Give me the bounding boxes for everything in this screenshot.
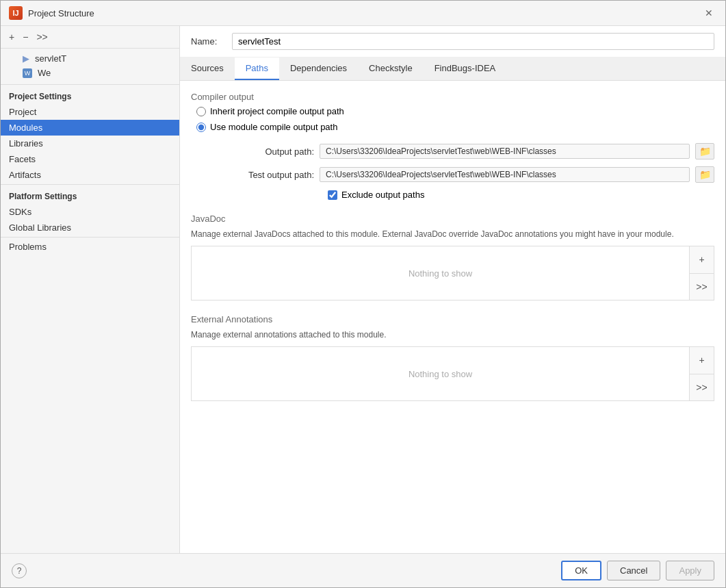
radio-module-text: Use module compile output path — [210, 122, 337, 132]
external-annotations-add-button[interactable]: + — [690, 347, 714, 374]
compiler-output-section: Compiler output Inherit project compile … — [191, 92, 714, 200]
remove-toolbar-button[interactable]: − — [20, 30, 31, 44]
ok-button[interactable]: OK — [561, 561, 601, 580]
output-path-row: Output path: 📁 — [191, 143, 714, 159]
javadoc-title: JavaDoc — [191, 214, 714, 224]
radio-inherit-input[interactable] — [196, 107, 206, 116]
browse-icon-2: 📁 — [699, 169, 711, 180]
more-toolbar-button[interactable]: >> — [34, 30, 50, 44]
sidebar: + − >> ▶ servletT W We — [1, 26, 180, 553]
folder-icon: ▶ — [23, 53, 29, 64]
javadoc-list-box: Nothing to show + >> — [191, 246, 714, 301]
apply-button[interactable]: Apply — [666, 561, 714, 580]
radio-inherit-text: Inherit project compile output path — [210, 106, 344, 116]
tab-paths[interactable]: Paths — [235, 57, 279, 80]
window-title: Project Structure — [28, 8, 94, 18]
compiler-output-title: Compiler output — [191, 92, 714, 102]
exclude-checkbox-label: Exclude output paths — [341, 190, 424, 200]
javadoc-empty-label: Nothing to show — [192, 246, 689, 300]
tabs-bar: Sources Paths Dependencies Checkstyle Fi… — [180, 57, 725, 81]
sidebar-scrollable: ▶ servletT W We Project Settings Project — [1, 49, 179, 553]
sidebar-toolbar: + − >> — [1, 26, 179, 49]
external-annotations-empty-label: Nothing to show — [192, 347, 689, 400]
radio-module-input[interactable] — [196, 123, 206, 132]
tab-checkstyle[interactable]: Checkstyle — [358, 57, 424, 80]
sidebar-item-problems[interactable]: Problems — [1, 239, 179, 255]
sidebar-item-facets[interactable]: Facets — [1, 151, 179, 167]
sidebar-divider-2 — [1, 184, 179, 185]
sidebar-item-modules[interactable]: Modules — [1, 120, 179, 136]
add-toolbar-button[interactable]: + — [6, 30, 17, 44]
name-row: Name: — [180, 26, 725, 57]
help-icon: ? — [17, 566, 22, 576]
tab-sources[interactable]: Sources — [180, 57, 235, 80]
right-panel: Name: Sources Paths Dependencies Checkst… — [180, 26, 725, 553]
output-path-input[interactable] — [320, 144, 690, 159]
main-content: + − >> ▶ servletT W We — [1, 26, 725, 553]
sidebar-divider-1 — [1, 84, 179, 85]
external-annotations-more-button[interactable]: >> — [690, 374, 714, 401]
sidebar-item-sdks[interactable]: SDKs — [1, 204, 179, 220]
sidebar-divider-3 — [1, 237, 179, 238]
javadoc-section: JavaDoc Manage external JavaDocs attache… — [191, 214, 714, 301]
project-settings-label: Project Settings — [1, 86, 179, 104]
radio-module-label[interactable]: Use module compile output path — [196, 122, 714, 132]
external-annotations-description: Manage external annotations attached to … — [191, 329, 714, 341]
external-annotations-list-box: Nothing to show + >> — [191, 346, 714, 401]
exclude-checkbox-row[interactable]: Exclude output paths — [191, 190, 714, 200]
tab-findbugs[interactable]: FindBugs-IDEA — [424, 57, 507, 80]
exclude-checkbox-input[interactable] — [328, 190, 337, 200]
app-icon: IJ — [9, 6, 23, 20]
name-label: Name: — [191, 36, 225, 47]
module-icon: W — [23, 68, 32, 78]
external-annotations-title: External Annotations — [191, 314, 714, 324]
test-output-path-label: Test output path: — [232, 170, 314, 180]
test-output-path-row: Test output path: 📁 — [191, 166, 714, 183]
close-button[interactable]: ✕ — [701, 6, 717, 20]
footer: ? OK Cancel Apply — [1, 553, 725, 587]
test-output-path-input[interactable] — [320, 167, 690, 182]
radio-inherit-label[interactable]: Inherit project compile output path — [196, 106, 714, 116]
tree-indent-2 — [9, 68, 20, 78]
title-bar-left: IJ Project Structure — [9, 6, 94, 20]
browse-icon: 📁 — [699, 146, 711, 157]
javadoc-add-button[interactable]: + — [690, 246, 714, 274]
cancel-button[interactable]: Cancel — [607, 561, 660, 580]
output-path-browse-button[interactable]: 📁 — [695, 143, 714, 159]
tree-item-we[interactable]: W We — [1, 66, 179, 80]
javadoc-more-button[interactable]: >> — [690, 274, 714, 301]
javadoc-description: Manage external JavaDocs attached to thi… — [191, 228, 714, 240]
footer-buttons: OK Cancel Apply — [561, 561, 714, 580]
external-annotations-actions: + >> — [689, 347, 714, 400]
panel-content: Compiler output Inherit project compile … — [180, 81, 725, 553]
sidebar-item-libraries[interactable]: Libraries — [1, 136, 179, 151]
javadoc-actions: + >> — [689, 246, 714, 300]
tree-item-label-2: We — [38, 68, 51, 78]
name-input[interactable] — [232, 33, 714, 50]
sidebar-tree: ▶ servletT W We — [1, 49, 179, 83]
main-window: IJ Project Structure ✕ + − >> ▶ servletT — [0, 0, 726, 588]
test-output-path-browse-button[interactable]: 📁 — [695, 166, 714, 183]
tree-item-servlettест[interactable]: ▶ servletT — [1, 51, 179, 66]
output-path-label: Output path: — [232, 146, 314, 157]
tab-dependencies[interactable]: Dependencies — [279, 57, 358, 80]
help-button[interactable]: ? — [12, 563, 27, 578]
sidebar-item-artifacts[interactable]: Artifacts — [1, 167, 179, 183]
platform-settings-label: Platform Settings — [1, 186, 179, 204]
external-annotations-section: External Annotations Manage external ann… — [191, 314, 714, 401]
radio-group: Inherit project compile output path Use … — [191, 106, 714, 132]
sidebar-item-project[interactable]: Project — [1, 104, 179, 120]
tree-item-label: servletT — [35, 53, 66, 64]
sidebar-item-global-libraries[interactable]: Global Libraries — [1, 220, 179, 235]
footer-left: ? — [12, 563, 27, 578]
title-bar: IJ Project Structure ✕ — [1, 1, 725, 26]
